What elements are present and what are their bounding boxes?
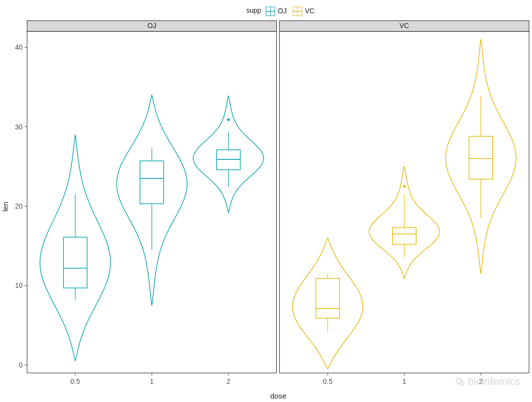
- svg-rect-35: [316, 278, 339, 318]
- facet-panels: OJ0.512VC0.512: [27, 21, 529, 385]
- x-tick-label: 0.5: [323, 377, 333, 385]
- x-tick-label: 2: [227, 377, 231, 385]
- legend: supp OJ VC: [246, 6, 314, 16]
- x-tick-label: 1: [402, 377, 406, 385]
- legend-label-oj: OJ: [278, 7, 287, 15]
- x-tick-label: 0.5: [70, 377, 80, 385]
- svg-text:20: 20: [15, 202, 23, 210]
- svg-rect-45: [469, 136, 493, 179]
- violin-box-chart: supp OJ VC len 010203040 OJ0.512VC0.512 …: [0, 0, 532, 402]
- y-axis: 010203040: [15, 43, 27, 369]
- x-tick-label: 1: [150, 377, 154, 385]
- svg-rect-29: [217, 150, 240, 169]
- svg-text:40: 40: [15, 43, 23, 51]
- facet-label: OJ: [147, 22, 156, 30]
- svg-rect-24: [140, 161, 164, 204]
- svg-text:30: 30: [15, 123, 23, 131]
- svg-text:0: 0: [19, 361, 23, 369]
- legend-item-oj: OJ: [266, 7, 287, 16]
- svg-rect-19: [64, 237, 87, 288]
- svg-text:10: 10: [15, 281, 23, 289]
- facet-label: VC: [399, 22, 409, 30]
- x-axis-title: dose: [270, 392, 287, 400]
- x-tick-label: 2: [479, 377, 483, 385]
- facet-OJ: OJ0.512: [27, 21, 277, 385]
- facet-VC: VC0.512: [280, 21, 530, 385]
- legend-item-vc: VC: [293, 7, 314, 16]
- legend-label-vc: VC: [305, 7, 314, 15]
- outlier-point: [403, 185, 405, 187]
- legend-title: supp: [246, 6, 262, 14]
- y-axis-title: len: [1, 202, 9, 212]
- svg-rect-40: [393, 228, 416, 245]
- outlier-point: [227, 119, 230, 121]
